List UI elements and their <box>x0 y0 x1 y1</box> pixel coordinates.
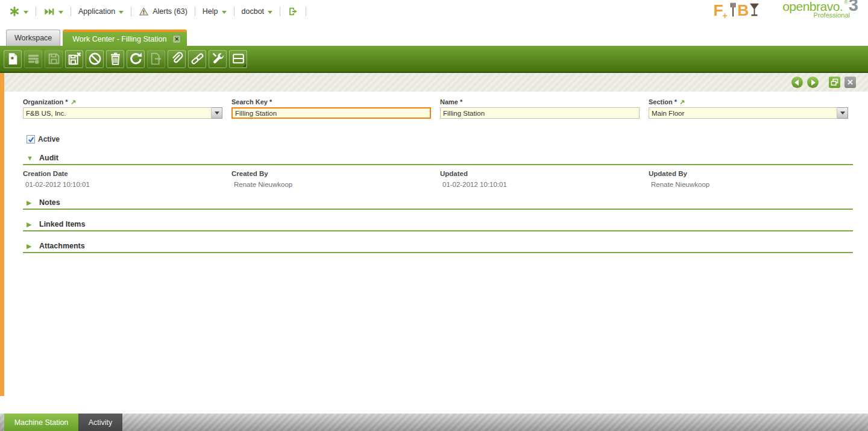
new-document-button[interactable]: * <box>4 50 22 68</box>
link-out-icon[interactable] <box>679 99 685 105</box>
help-menu[interactable]: Help <box>201 6 228 17</box>
undo-button[interactable] <box>86 50 104 68</box>
record-form: Organization * Search Key * <box>0 92 868 253</box>
attachments-button[interactable] <box>168 50 186 68</box>
field-row: Organization * Search Key * <box>23 98 868 119</box>
chevron-down-icon <box>840 112 845 115</box>
alert-warning-icon <box>139 7 149 17</box>
updated-by-group: Updated By Renate Nieuwkoop <box>649 170 848 188</box>
delete-button[interactable] <box>106 50 124 68</box>
new-document-icon: * <box>5 51 20 66</box>
updated-value: 01-02-2012 10:10:01 <box>440 181 640 188</box>
child-tab-machine-station[interactable]: Machine Station <box>4 414 78 431</box>
section-collapsed-icon: ▶ <box>27 242 34 250</box>
section-title: Attachments <box>39 242 85 250</box>
section-header-audit[interactable]: ▼ Audit <box>27 154 868 162</box>
refresh-button[interactable] <box>127 50 145 68</box>
organization-field-group: Organization * <box>23 98 222 119</box>
logout-button[interactable] <box>286 5 300 18</box>
menu-separator <box>234 7 234 16</box>
name-input[interactable] <box>440 107 640 119</box>
tools-icon <box>210 51 225 66</box>
window-tab-strip: Workspace Work Center - Filling Station … <box>0 23 868 46</box>
active-field-group: Active <box>27 135 868 143</box>
save-grid-button <box>24 50 42 68</box>
section-dropdown-button[interactable] <box>837 107 848 119</box>
quick-launch-menu[interactable] <box>42 5 65 19</box>
toggle-view-button[interactable] <box>229 50 247 68</box>
registered-mark-icon: ® <box>844 0 848 5</box>
alerts-menu-label: Alerts (63) <box>153 7 187 16</box>
name-label: Name * <box>440 98 462 105</box>
section-collapsed-icon: ▶ <box>27 199 34 207</box>
link-out-icon[interactable] <box>71 99 77 105</box>
previous-record-button[interactable] <box>791 77 803 88</box>
chevron-down-icon <box>58 11 63 14</box>
workspace-menu[interactable] <box>7 5 30 18</box>
application-menu-label: Application <box>78 7 115 16</box>
section-title: Notes <box>39 198 60 207</box>
save-close-button[interactable] <box>65 50 83 68</box>
tools-button[interactable] <box>209 50 227 68</box>
updated-by-label: Updated By <box>649 170 848 177</box>
section-header-linked-items[interactable]: ▶ Linked Items <box>27 220 868 228</box>
workspace-star-icon <box>9 6 20 17</box>
active-checkbox[interactable] <box>27 135 35 143</box>
menu-separator <box>36 7 36 16</box>
toolbar: * <box>0 46 868 73</box>
openbravo-logo: openbravo. ® 3 Professional <box>782 0 858 19</box>
record-navigation-bar: ✕ <box>4 73 868 92</box>
menu-items: Application Alerts (63) Help docbot <box>7 5 712 19</box>
search-key-input[interactable] <box>231 107 431 119</box>
section-header-attachments[interactable]: ▶ Attachments <box>27 242 868 250</box>
export-icon <box>149 51 164 66</box>
section-expanded-icon: ▼ <box>27 154 34 162</box>
section-field-group: Section * <box>649 98 848 119</box>
fnb-logo: F + B <box>712 0 766 23</box>
menu-separator <box>131 7 131 16</box>
chevron-down-icon <box>215 112 219 115</box>
search-key-label: Search Key * <box>231 98 272 105</box>
creation-date-value: 01-02-2012 10:10:01 <box>23 181 222 188</box>
updated-by-value: Renate Nieuwkoop <box>649 181 848 188</box>
export-button <box>147 50 165 68</box>
save-close-icon <box>67 51 82 66</box>
child-tab-bar: Machine Station Activity <box>0 414 868 431</box>
maximize-view-button[interactable] <box>829 77 840 88</box>
section-divider <box>23 164 853 165</box>
creation-date-group: Creation Date 01-02-2012 10:10:01 <box>23 170 222 188</box>
svg-text:*: * <box>10 55 14 64</box>
name-field-group: Name * <box>440 98 640 119</box>
arrow-left-icon <box>794 80 799 86</box>
logout-icon <box>288 6 298 17</box>
section-header-notes[interactable]: ▶ Notes <box>27 198 868 207</box>
active-checkbox-label: Active <box>38 135 60 143</box>
refresh-icon <box>128 51 143 66</box>
tab-workspace[interactable]: Workspace <box>6 30 60 46</box>
application-menu[interactable]: Application <box>77 6 125 17</box>
menu-separator <box>280 7 280 16</box>
next-record-button[interactable] <box>807 77 819 88</box>
created-by-value: Renate Nieuwkoop <box>231 181 431 188</box>
section-divider <box>23 209 853 210</box>
user-menu-label: docbot <box>242 7 265 16</box>
help-menu-label: Help <box>203 7 218 16</box>
close-view-button[interactable]: ✕ <box>844 77 856 88</box>
section-input[interactable] <box>649 107 837 119</box>
child-tab-label: Machine Station <box>14 418 69 427</box>
alerts-menu[interactable]: Alerts (63) <box>137 5 189 18</box>
created-by-group: Created By Renate Nieuwkoop <box>231 170 431 188</box>
link-button[interactable] <box>188 50 206 68</box>
tab-close-icon[interactable]: ✕ <box>172 35 181 43</box>
quick-launch-icon <box>43 6 55 17</box>
chevron-down-icon <box>222 11 227 14</box>
organization-input[interactable] <box>23 107 212 119</box>
tab-work-center-filling-station[interactable]: Work Center - Filling Station ✕ <box>63 30 187 46</box>
updated-group: Updated 01-02-2012 10:10:01 <box>440 170 640 188</box>
user-menu[interactable]: docbot <box>240 6 275 17</box>
created-by-label: Created By <box>231 170 431 177</box>
child-tab-activity[interactable]: Activity <box>78 414 122 431</box>
svg-text:F: F <box>714 1 723 19</box>
svg-text:+: + <box>723 11 728 20</box>
organization-dropdown-button[interactable] <box>212 107 222 119</box>
